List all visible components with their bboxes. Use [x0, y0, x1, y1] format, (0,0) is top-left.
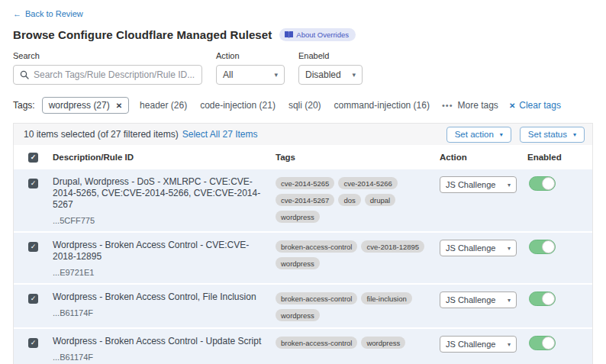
- row-checkbox-cell: ✓: [14, 292, 53, 304]
- remove-tag-icon[interactable]: ✕: [116, 101, 122, 110]
- search-label: Search: [13, 51, 202, 60]
- search-input[interactable]: [34, 69, 195, 80]
- chevron-down-icon: ▾: [508, 341, 511, 348]
- selected-tag-label: wordpress (27): [49, 100, 110, 111]
- chevron-down-icon: ▾: [508, 182, 511, 188]
- select-all-checkbox[interactable]: ✓: [28, 153, 38, 163]
- tag-pill: cve-2014-5267: [276, 194, 334, 206]
- table-header: ✓ Description/Rule ID Tags Action Enable…: [14, 145, 592, 169]
- enabled-filter-label: Enabeld: [298, 51, 363, 60]
- action-cell: JS Challenge ▾: [440, 240, 527, 256]
- set-status-button[interactable]: Set status ▾: [520, 127, 585, 143]
- column-header-tags: Tags: [276, 153, 440, 162]
- action-cell: JS Challenge ▾: [440, 336, 527, 353]
- row-checkbox[interactable]: ✓: [28, 338, 38, 348]
- set-status-label: Set status: [528, 130, 567, 139]
- enabled-cell: [527, 336, 592, 353]
- enabled-filter-select[interactable]: Disabled ▾: [298, 65, 363, 85]
- enabled-toggle[interactable]: [529, 176, 556, 191]
- action-value: JS Challenge: [446, 340, 495, 349]
- tag-pill: file-inclusion: [361, 292, 411, 304]
- rule-description: Wordpress - Broken Access Control, File …: [53, 292, 276, 303]
- clear-tags-label: Clear tags: [519, 100, 561, 111]
- toggle-knob: [542, 177, 555, 190]
- rule-description: Wordpress - Broken Access Control - Upda…: [53, 336, 276, 347]
- clear-tags-button[interactable]: ✕ Clear tags: [509, 100, 561, 111]
- description-cell: Wordpress - Broken Access Control - CVE:…: [53, 240, 276, 277]
- column-header-enabled: Enabled: [527, 153, 592, 162]
- about-overrides-label: About Overrides: [296, 31, 349, 39]
- title-row: Browse Configure Cloudflare Managed Rule…: [13, 28, 593, 41]
- row-checkbox-cell: ✓: [14, 336, 53, 348]
- page-title: Browse Configure Cloudflare Managed Rule…: [13, 28, 272, 41]
- row-checkbox[interactable]: ✓: [28, 179, 38, 188]
- action-select[interactable]: JS Challenge ▾: [440, 240, 517, 256]
- tag-pill: wordpress: [276, 309, 320, 321]
- chevron-down-icon: ▾: [352, 71, 356, 79]
- table-row: ✓ Drupal, Wordpress - DoS - XMLRPC - CVE…: [14, 169, 592, 233]
- tag-pill: broken-access-control: [276, 292, 357, 304]
- chevron-down-icon: ▾: [508, 245, 511, 252]
- enabled-cell: [527, 240, 592, 257]
- rule-description: Drupal, Wordpress - DoS - XMLRPC - CVE:C…: [53, 176, 276, 211]
- toggle-knob: [542, 240, 555, 253]
- filter-tag[interactable]: command-injection (16): [334, 100, 430, 111]
- ruleset-panel: 10 items selected (of 27 filtered items)…: [13, 123, 593, 364]
- rule-id: ...B61174F: [53, 308, 276, 317]
- tags-bar: Tags: wordpress (27) ✕ header (26)code-i…: [13, 97, 593, 114]
- table-row: ✓ Wordpress - Broken Access Control - CV…: [14, 233, 592, 285]
- back-link[interactable]: ← Back to Review: [13, 9, 83, 18]
- header-checkbox-cell: ✓: [14, 153, 53, 163]
- enabled-toggle[interactable]: [529, 240, 556, 254]
- action-select[interactable]: JS Challenge ▾: [440, 176, 517, 193]
- row-checkbox[interactable]: ✓: [28, 242, 38, 252]
- tags-label: Tags:: [13, 100, 35, 111]
- rule-description: Wordpress - Broken Access Control - CVE:…: [53, 240, 276, 263]
- clear-icon: ✕: [509, 101, 515, 110]
- search-box: [13, 65, 202, 85]
- ellipsis-icon: •••: [442, 101, 453, 110]
- chevron-down-icon: ▾: [500, 131, 503, 138]
- tag-pill: cve-2014-5265: [276, 177, 334, 189]
- action-cell: JS Challenge ▾: [440, 176, 527, 193]
- rule-tags: broken-access-controlwordpress: [276, 336, 440, 349]
- back-link-label: Back to Review: [25, 9, 83, 18]
- enabled-filter: Enabeld Disabled ▾: [298, 51, 363, 85]
- tag-pill: wordpress: [276, 257, 320, 269]
- back-arrow-icon: ←: [13, 9, 21, 18]
- enabled-filter-value: Disabled: [305, 69, 341, 80]
- table-row: ✓ Wordpress - Broken Access Control - Up…: [14, 329, 592, 364]
- filter-tag[interactable]: sqli (20): [288, 100, 321, 111]
- enabled-toggle[interactable]: [529, 336, 556, 350]
- table-row: ✓ Wordpress - Broken Access Control, Fil…: [14, 285, 592, 329]
- search-filter: Search: [13, 51, 202, 85]
- chevron-down-icon: ▾: [508, 297, 511, 304]
- column-header-action: Action: [440, 153, 527, 162]
- action-select[interactable]: JS Challenge ▾: [440, 292, 517, 308]
- enabled-toggle[interactable]: [529, 292, 556, 306]
- tag-pill: cve-2018-12895: [361, 240, 424, 253]
- book-icon: [285, 31, 293, 38]
- action-filter-select[interactable]: All ▾: [216, 65, 285, 85]
- filter-tag[interactable]: header (26): [140, 100, 187, 111]
- tag-pill: drupal: [365, 194, 395, 206]
- action-value: JS Challenge: [446, 180, 495, 189]
- description-cell: Drupal, Wordpress - DoS - XMLRPC - CVE:C…: [53, 176, 276, 225]
- set-action-button[interactable]: Set action ▾: [446, 127, 511, 143]
- description-cell: Wordpress - Broken Access Control, File …: [53, 292, 276, 317]
- action-filter-value: All: [223, 69, 233, 80]
- enabled-cell: [527, 292, 592, 309]
- about-overrides-badge[interactable]: About Overrides: [279, 28, 356, 41]
- more-tags-button[interactable]: ••• More tags: [442, 100, 498, 111]
- action-select[interactable]: JS Challenge ▾: [440, 336, 517, 353]
- rule-tags: cve-2014-5265cve-2014-5266cve-2014-5267d…: [276, 176, 440, 223]
- select-all-link[interactable]: Select All 27 Items: [182, 129, 258, 140]
- selection-bar: 10 items selected (of 27 filtered items)…: [14, 124, 592, 145]
- tag-pill: wordpress: [276, 211, 320, 223]
- filter-tag[interactable]: code-injection (21): [200, 100, 276, 111]
- rule-tags: broken-access-controlfile-inclusionwordp…: [276, 292, 440, 321]
- selected-tag-wordpress[interactable]: wordpress (27) ✕: [42, 97, 129, 114]
- toggle-knob: [542, 337, 555, 350]
- tag-pill: broken-access-control: [276, 337, 357, 349]
- row-checkbox[interactable]: ✓: [28, 294, 38, 304]
